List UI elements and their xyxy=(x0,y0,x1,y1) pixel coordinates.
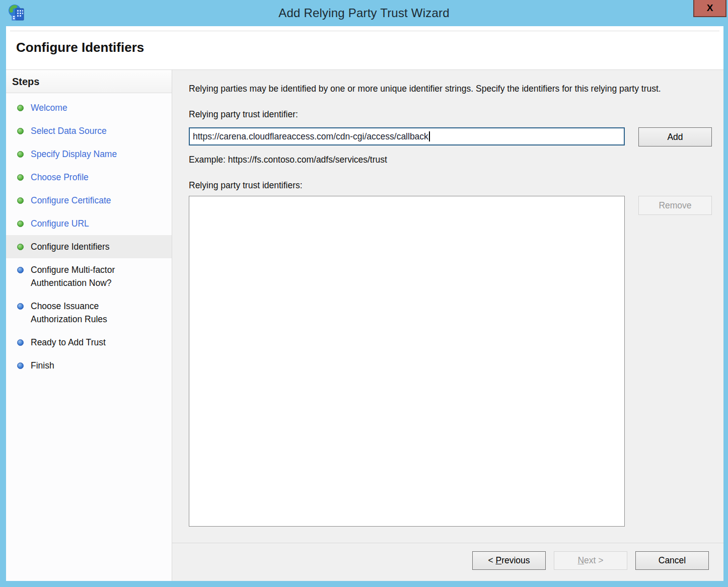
identifiers-listbox[interactable] xyxy=(189,196,625,527)
close-button[interactable]: X xyxy=(693,0,726,17)
step-complete-icon xyxy=(17,244,24,250)
step-complete-icon xyxy=(17,197,24,204)
identifier-input[interactable]: https://carena.cloudflareaccess.com/cdn-… xyxy=(189,127,625,145)
steps-sidebar: Steps WelcomeSelect Data SourceSpecify D… xyxy=(6,70,172,581)
wizard-window: Add Relying Party Trust Wizard X Configu… xyxy=(0,0,728,587)
step-label: Configure URL xyxy=(31,217,89,230)
step-pending-icon xyxy=(17,362,24,369)
step-item-welcome: Welcome xyxy=(6,96,172,119)
step-item-configure-url: Configure URL xyxy=(6,212,172,235)
adfs-app-icon xyxy=(7,3,27,23)
intro-text: Relying parties may be identified by one… xyxy=(189,82,705,96)
step-label: Configure Multi-factor Authentication No… xyxy=(31,263,149,289)
step-item-choose-issuance-authorization-rules: Choose Issuance Authorization Rules xyxy=(6,295,172,331)
text-caret xyxy=(429,131,430,141)
step-item-select-data-source: Select Data Source xyxy=(6,119,172,142)
step-complete-icon xyxy=(17,151,24,158)
step-label: Choose Profile xyxy=(31,171,89,184)
cancel-button[interactable]: Cancel xyxy=(635,551,709,570)
step-complete-icon xyxy=(17,128,24,134)
step-item-configure-multi-factor-authentication-now: Configure Multi-factor Authentication No… xyxy=(6,258,172,295)
identifiers-list-label: Relying party trust identifiers: xyxy=(189,180,712,191)
step-label: Configure Certificate xyxy=(31,194,111,207)
step-label: Choose Issuance Authorization Rules xyxy=(31,300,149,326)
close-icon: X xyxy=(707,3,713,14)
identifier-field-label: Relying party trust identifier: xyxy=(189,109,712,120)
add-button[interactable]: Add xyxy=(638,127,712,146)
step-item-finish: Finish xyxy=(6,354,172,377)
step-complete-icon xyxy=(17,105,24,111)
step-complete-icon xyxy=(17,221,24,227)
step-item-ready-to-add-trust: Ready to Add Trust xyxy=(6,331,172,354)
wizard-footer: < Previous Next > Cancel xyxy=(172,543,723,581)
step-label: Configure Identifiers xyxy=(31,240,110,253)
identifier-input-value: https://carena.cloudflareaccess.com/cdn-… xyxy=(193,131,428,141)
step-label: Specify Display Name xyxy=(31,148,117,161)
titlebar[interactable]: Add Relying Party Trust Wizard X xyxy=(0,0,728,26)
remove-button[interactable]: Remove xyxy=(638,196,712,215)
wizard-content: Relying parties may be identified by one… xyxy=(172,70,723,543)
previous-button[interactable]: < Previous xyxy=(472,551,546,570)
page-title: Configure Identifiers xyxy=(6,26,723,55)
step-item-configure-identifiers: Configure Identifiers xyxy=(6,235,172,258)
next-button[interactable]: Next > xyxy=(554,551,627,570)
step-item-specify-display-name: Specify Display Name xyxy=(6,142,172,166)
step-pending-icon xyxy=(17,303,24,310)
steps-list: WelcomeSelect Data SourceSpecify Display… xyxy=(6,96,172,377)
example-text: Example: https://fs.contoso.com/adfs/ser… xyxy=(189,155,712,165)
step-item-configure-certificate: Configure Certificate xyxy=(6,189,172,212)
step-complete-icon xyxy=(17,174,24,181)
step-label: Welcome xyxy=(31,101,67,114)
wizard-page-header: Configure Identifiers xyxy=(6,26,723,69)
step-item-choose-profile: Choose Profile xyxy=(6,166,172,189)
step-pending-icon xyxy=(17,339,24,346)
steps-heading: Steps xyxy=(6,70,172,93)
step-label: Select Data Source xyxy=(31,124,107,137)
step-label: Ready to Add Trust xyxy=(31,336,106,349)
step-label: Finish xyxy=(31,359,54,372)
step-pending-icon xyxy=(17,267,24,273)
window-title: Add Relying Party Trust Wizard xyxy=(0,6,728,20)
